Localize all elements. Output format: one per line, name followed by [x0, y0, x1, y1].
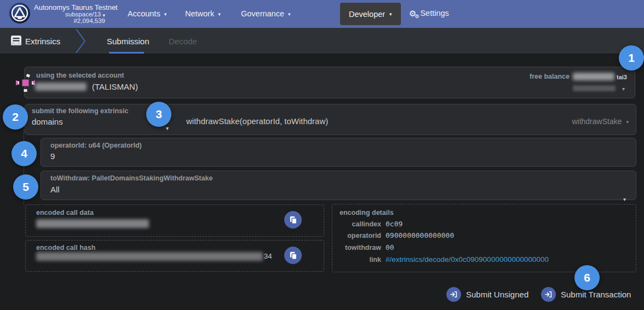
runtime-selector[interactable]: subspace/13 ▾: [34, 11, 105, 17]
account-identicon[interactable]: [16, 73, 35, 92]
method-select[interactable]: withdrawStake▾: [572, 117, 629, 126]
chevron-down-icon: ▾: [164, 12, 167, 17]
operatorid-value: 0900000000000000: [386, 231, 454, 239]
annotation-badge-5: 5: [13, 174, 38, 200]
encoded-call-hash-label: encoded call hash: [36, 244, 95, 251]
nav-item-governance[interactable]: Governance▾: [241, 9, 291, 18]
copy-call-hash-button[interactable]: [284, 247, 302, 264]
breadcrumb: Extrinsics: [25, 37, 60, 46]
link-label: link: [326, 256, 381, 264]
nav-item-developer[interactable]: Developer▾: [340, 3, 401, 25]
submit-unsigned-button[interactable]: Submit Unsigned: [446, 287, 528, 302]
chain-name: Autonomys Taurus Testnet: [34, 3, 118, 11]
extrinsics-icon: [10, 35, 22, 46]
towithdraw-value: 00: [386, 243, 394, 251]
param-operatorid-label: operatorId: u64 (OperatorId): [50, 142, 142, 149]
gear-icon: ⚙⚙: [409, 9, 416, 17]
call-hash-visible-suffix: 34: [264, 252, 272, 260]
tab-submission[interactable]: Submission: [107, 37, 150, 46]
redacted-account-name: [35, 83, 87, 91]
copy-call-data-button[interactable]: [284, 211, 302, 229]
callindex-label: callindex: [326, 220, 381, 228]
decode-link[interactable]: #/extrinsics/decode/0x0c0909000000000000…: [386, 255, 549, 264]
encoded-call-data-label: encoded call data: [36, 209, 94, 217]
account-row-label: using the selected account: [36, 72, 124, 79]
annotation-badge-6: 6: [574, 265, 600, 290]
annotation-badge-1: 1: [619, 45, 644, 71]
towithdraw-label: towithdraw: [326, 244, 381, 251]
tab-submission-underline: [109, 52, 144, 54]
tab-decode[interactable]: Decode: [169, 37, 197, 46]
annotation-badge-3: 3: [146, 102, 171, 127]
section-tab-bar: Extrinsics Submission Decode: [0, 28, 644, 54]
chevron-down-icon: ▾: [288, 12, 291, 17]
method-signature: withdrawStake(operatorId, toWithdraw): [186, 116, 328, 126]
top-nav-bar: Autonomys Taurus Testnet subspace/13 ▾ #…: [0, 0, 644, 28]
nav-item-accounts[interactable]: Accounts▾: [128, 9, 166, 18]
operatorid-label: operatorid: [326, 232, 381, 239]
encoding-details-title: encoding details: [340, 209, 394, 217]
redacted-balance-value: [573, 73, 614, 80]
balance-expand-chevron-icon[interactable]: ▾: [622, 86, 644, 92]
block-number: #2,094,539: [34, 17, 112, 24]
chevron-down-icon: ▾: [218, 12, 221, 17]
redacted-balance-detail: [573, 85, 616, 91]
redacted-call-hash: [36, 252, 263, 261]
pallet-select-value[interactable]: domains: [32, 117, 63, 126]
autonomys-logo-icon[interactable]: [9, 3, 30, 24]
extrinsics-page: Autonomys Taurus Testnet subspace/13 ▾ #…: [0, 0, 644, 310]
nav-item-network[interactable]: Network▾: [185, 9, 221, 18]
pallet-select-chevron-icon[interactable]: ▾: [166, 126, 644, 131]
nav-item-settings[interactable]: ⚙⚙ Settings: [409, 9, 449, 17]
copy-icon: [289, 215, 298, 225]
method-select-chevron-icon: ▾: [626, 120, 629, 125]
balance-unit: tai3: [617, 74, 627, 80]
annotation-badge-4: 4: [12, 141, 37, 166]
param-towithdraw-label: toWithdraw: PalletDomainsStakingWithdraw…: [50, 174, 212, 182]
redacted-call-data: [36, 219, 149, 228]
chevron-down-icon: ▾: [389, 12, 392, 17]
sign-in-icon: [541, 287, 556, 302]
copy-icon: [289, 251, 298, 260]
extrinsic-row-label: submit the following extrinsic: [32, 107, 128, 115]
param-towithdraw-value[interactable]: All: [50, 185, 60, 194]
callindex-value: 0c09: [386, 220, 403, 228]
free-balance-label: free balance: [522, 73, 570, 80]
param-towithdraw-chevron-icon[interactable]: ▾: [623, 197, 644, 202]
breadcrumb-separator: [76, 29, 87, 55]
account-name-suffix: (TALISMAN): [92, 82, 138, 91]
param-operatorid-value[interactable]: 9: [50, 151, 55, 161]
annotation-badge-2: 2: [3, 104, 28, 130]
sign-in-icon: [446, 287, 461, 302]
